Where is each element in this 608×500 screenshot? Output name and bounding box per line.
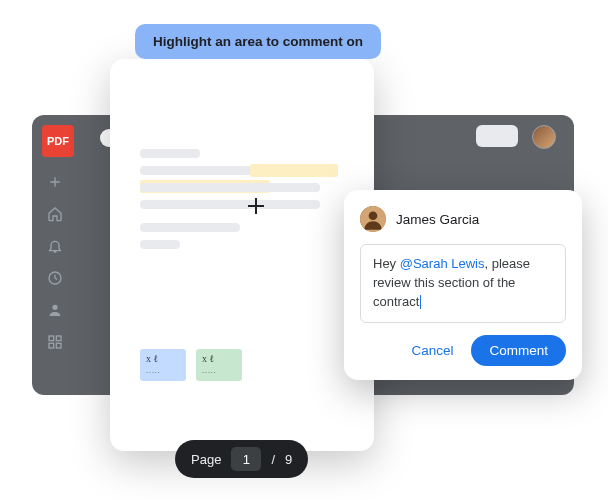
svg-point-7 xyxy=(369,211,378,220)
bg-avatar xyxy=(532,125,556,149)
person-icon[interactable] xyxy=(46,301,64,319)
doc-text-line xyxy=(140,200,320,209)
comment-popover: James Garcia Hey @Sarah Lewis, please re… xyxy=(344,190,582,380)
signature-scribble: x ℓ xyxy=(146,354,180,364)
svg-rect-3 xyxy=(56,336,61,341)
page-label: Page xyxy=(191,452,221,467)
doc-text-line xyxy=(140,240,180,249)
clock-icon[interactable] xyxy=(46,269,64,287)
bell-icon[interactable] xyxy=(46,237,64,255)
crosshair-icon xyxy=(248,198,264,214)
mention[interactable]: @Sarah Lewis xyxy=(400,256,485,271)
dashboard-icon[interactable] xyxy=(46,333,64,351)
comment-header: James Garcia xyxy=(360,206,566,232)
page-separator: / xyxy=(271,452,275,467)
svg-point-1 xyxy=(52,305,57,310)
signature-field-blue[interactable]: x ℓ ····· xyxy=(140,349,186,381)
doc-text-line xyxy=(140,166,320,175)
highlight-tooltip: Highlight an area to comment on xyxy=(135,24,381,59)
doc-text-line xyxy=(140,183,320,192)
page-total: 9 xyxy=(285,452,292,467)
svg-rect-4 xyxy=(49,343,54,348)
signature-field-green[interactable]: x ℓ ····· xyxy=(196,349,242,381)
document-preview[interactable]: x ℓ ····· x ℓ ····· xyxy=(110,59,374,451)
signature-dots: ····· xyxy=(202,369,236,376)
doc-text-line xyxy=(140,223,240,232)
highlight-region[interactable] xyxy=(250,164,338,177)
signature-row: x ℓ ····· x ℓ ····· xyxy=(140,349,242,381)
comment-input[interactable]: Hey @Sarah Lewis, please review this sec… xyxy=(360,244,566,323)
comment-actions: Cancel Comment xyxy=(360,335,566,366)
comment-author: James Garcia xyxy=(396,212,479,227)
avatar xyxy=(360,206,386,232)
pagination-bar: Page / 9 xyxy=(175,440,308,478)
signature-scribble: x ℓ xyxy=(202,354,236,364)
home-icon[interactable] xyxy=(46,205,64,223)
comment-button[interactable]: Comment xyxy=(471,335,566,366)
cancel-button[interactable]: Cancel xyxy=(399,335,465,366)
pdf-badge: PDF xyxy=(42,125,74,157)
plus-icon[interactable] xyxy=(46,173,64,191)
sidebar-icons xyxy=(46,173,64,351)
text-caret xyxy=(420,295,421,309)
comment-text-prefix: Hey xyxy=(373,256,400,271)
page-input[interactable] xyxy=(231,447,261,471)
svg-rect-2 xyxy=(49,336,54,341)
svg-rect-5 xyxy=(56,343,61,348)
doc-text-line xyxy=(140,149,200,158)
bg-tab xyxy=(476,125,518,147)
signature-dots: ····· xyxy=(146,369,180,376)
